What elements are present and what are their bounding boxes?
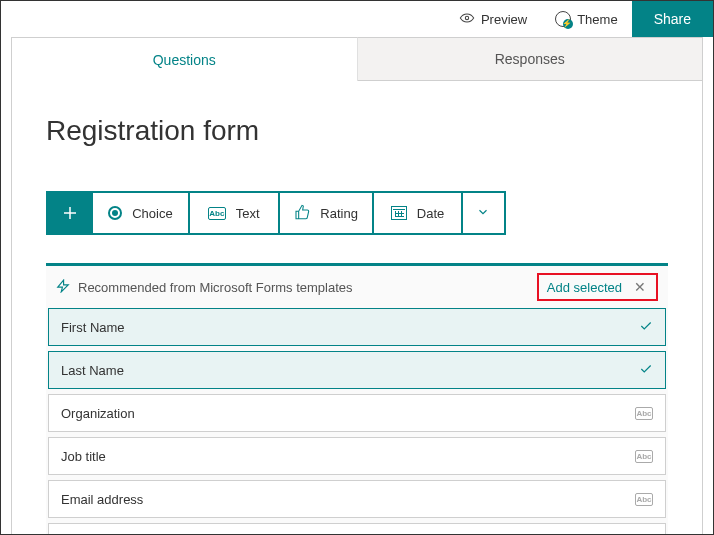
radio-icon [108, 206, 122, 220]
qtype-text-label: Text [236, 206, 260, 221]
abc-icon: Abc [635, 407, 653, 420]
recommended-actions: Add selected ✕ [537, 273, 658, 301]
theme-icon: ⚡ [555, 11, 571, 27]
recommended-row-label: Last Name [61, 363, 124, 378]
form-page: Registration form Choice Abc Text [11, 81, 703, 535]
tab-responses-label: Responses [495, 51, 565, 67]
tabs-bar: Questions Responses [11, 37, 703, 81]
qtype-more[interactable] [461, 193, 504, 233]
form-title[interactable]: Registration form [46, 115, 668, 147]
eye-icon [459, 10, 475, 29]
qtype-date[interactable]: Date [372, 193, 460, 233]
recommended-row[interactable]: Last Name [48, 351, 666, 389]
recommended-row-label: Job title [61, 449, 106, 464]
qtype-rating-label: Rating [320, 206, 358, 221]
recommended-row-label: Email address [61, 492, 143, 507]
recommended-row[interactable]: First Name [48, 308, 666, 346]
qtype-choice-label: Choice [132, 206, 172, 221]
bolt-icon [56, 279, 70, 296]
recommended-list: First NameLast NameOrganizationAbcJob ti… [46, 308, 668, 535]
preview-label: Preview [481, 12, 527, 27]
qtype-date-label: Date [417, 206, 444, 221]
recommended-panel: Recommended from Microsoft Forms templat… [46, 263, 668, 535]
recommended-row[interactable]: Questions or commentsAbc [48, 523, 666, 535]
preview-button[interactable]: Preview [445, 1, 541, 37]
calendar-icon [391, 206, 407, 220]
app-frame: Preview ⚡ Theme Share Questions Response… [0, 0, 714, 535]
recommended-row[interactable]: OrganizationAbc [48, 394, 666, 432]
tab-questions-label: Questions [153, 52, 216, 68]
svg-point-0 [465, 16, 468, 19]
share-button[interactable]: Share [632, 1, 713, 37]
qtype-text[interactable]: Abc Text [188, 193, 278, 233]
qtype-choice[interactable]: Choice [91, 193, 187, 233]
add-selected-button[interactable]: Add selected [547, 280, 622, 295]
recommended-header: Recommended from Microsoft Forms templat… [46, 266, 668, 308]
recommended-row-label: Organization [61, 406, 135, 421]
tab-questions[interactable]: Questions [11, 37, 358, 81]
chevron-down-icon [476, 205, 490, 222]
recommended-row[interactable]: Email addressAbc [48, 480, 666, 518]
theme-button[interactable]: ⚡ Theme [541, 1, 631, 37]
share-label: Share [654, 11, 691, 27]
add-question-button[interactable] [48, 193, 91, 233]
tab-responses[interactable]: Responses [358, 37, 704, 81]
abc-icon: Abc [208, 207, 226, 220]
top-bar: Preview ⚡ Theme Share [1, 1, 713, 37]
theme-label: Theme [577, 12, 617, 27]
check-icon [639, 319, 653, 336]
content-area: Questions Responses Registration form Ch… [11, 37, 703, 534]
recommended-row-label: First Name [61, 320, 125, 335]
thumb-up-icon [294, 204, 310, 223]
qtype-rating[interactable]: Rating [278, 193, 372, 233]
question-type-bar: Choice Abc Text Rating Date [46, 191, 506, 235]
svg-marker-3 [58, 280, 69, 292]
recommended-header-text: Recommended from Microsoft Forms templat… [78, 280, 353, 295]
recommended-row[interactable]: Job titleAbc [48, 437, 666, 475]
abc-icon: Abc [635, 493, 653, 506]
close-icon[interactable]: ✕ [632, 279, 648, 295]
abc-icon: Abc [635, 450, 653, 463]
check-icon [639, 362, 653, 379]
